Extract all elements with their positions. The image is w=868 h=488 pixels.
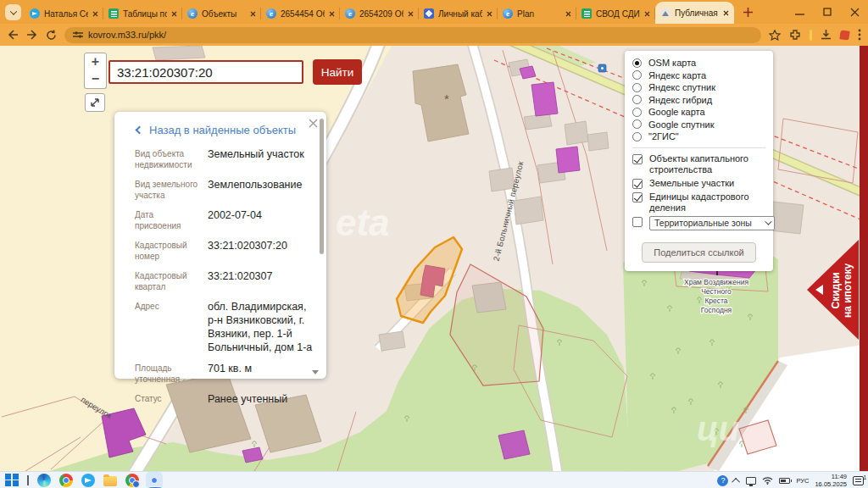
browser-tab[interactable]: Объекты <box>182 3 261 24</box>
display-icon[interactable] <box>746 477 756 485</box>
notification-badge: 1 <box>863 474 866 480</box>
browser-tab[interactable]: 2654454 Объ <box>261 3 340 24</box>
base-layer-option[interactable]: Яндекс карта <box>632 69 765 81</box>
new-tab-button[interactable] <box>739 3 756 20</box>
tab-close-icon[interactable] <box>723 10 729 16</box>
radio-icon[interactable] <box>632 83 642 92</box>
base-layer-option[interactable]: Google карта <box>632 106 765 118</box>
date: 16.05.2025 <box>815 480 847 488</box>
close-icon[interactable] <box>850 8 860 17</box>
reload-button[interactable] <box>46 30 57 41</box>
tab-close-icon[interactable] <box>329 11 335 17</box>
tab-close-icon[interactable] <box>565 11 571 17</box>
telegram-icon[interactable] <box>81 474 95 487</box>
start-button[interactable] <box>5 474 19 487</box>
battery-icon[interactable] <box>779 478 790 484</box>
layer-label: Google спутник <box>648 119 715 130</box>
info-label: Статус <box>135 392 199 406</box>
chrome-profile-icon[interactable] <box>125 474 139 487</box>
tab-close-icon[interactable] <box>644 11 650 17</box>
tray-expand-icon[interactable] <box>732 477 741 485</box>
scroll-down-arrow-icon[interactable] <box>312 370 319 374</box>
find-button[interactable]: Найти <box>313 59 362 85</box>
chrome-icon[interactable] <box>59 474 73 487</box>
address-bar[interactable]: kovrov.m33.ru/pkk/ <box>64 27 761 43</box>
overlay-option[interactable]: Объекты капитального строительства <box>632 153 765 175</box>
fullscreen-button[interactable] <box>85 93 105 112</box>
radio-icon[interactable] <box>632 119 642 129</box>
info-row: Дата присвоения 2002-07-04 <box>135 208 313 231</box>
radio-icon[interactable] <box>632 70 642 80</box>
tab-close-icon[interactable] <box>92 11 98 17</box>
menu-kebab-icon[interactable] <box>858 29 861 41</box>
download-icon[interactable] <box>821 30 832 41</box>
info-row: Адрес обл. Владимирская, р-н Вязниковски… <box>135 300 313 354</box>
panel-scrollbar[interactable] <box>320 119 324 254</box>
file-explorer-icon[interactable] <box>103 476 117 486</box>
browser-tab[interactable]: 2654209 Объ <box>340 3 419 24</box>
zoom-out-button[interactable]: − <box>84 70 107 89</box>
browser-tab[interactable]: Личный каби <box>419 3 498 24</box>
base-layer-option[interactable]: "2ГИС" <box>632 130 765 142</box>
layer-label: OSM карта <box>648 58 696 68</box>
browser-tab[interactable]: Таблицы по п <box>103 3 182 24</box>
language-indicator[interactable]: РУС <box>796 477 809 485</box>
tab-close-icon[interactable] <box>250 11 256 17</box>
back-to-results-link[interactable]: Назад в найденные объекты <box>136 124 313 136</box>
bookmark-star-icon[interactable] <box>769 30 781 41</box>
radio-icon[interactable] <box>632 58 642 68</box>
layer-label: Google карта <box>648 107 705 117</box>
panel-close-icon[interactable] <box>309 119 318 128</box>
forward-button[interactable] <box>26 30 38 40</box>
radio-icon[interactable] <box>632 108 642 117</box>
clock[interactable]: 11:49 16.05.2025 <box>815 473 847 488</box>
map-viewport[interactable]: * 2-й Больничный переулок переулок Храм … <box>0 46 868 471</box>
help-icon[interactable]: ? <box>717 475 728 486</box>
base-layer-option[interactable]: Яндекс спутник <box>632 81 765 93</box>
browser-tab[interactable]: Наталья Сели <box>25 3 103 24</box>
info-row: Кадастровый квартал 33:21:020307 <box>135 269 313 292</box>
extensions-icon[interactable] <box>789 30 801 41</box>
checkbox-icon[interactable] <box>632 192 643 202</box>
layer-label: Яндекс спутник <box>648 82 715 92</box>
overlay-option[interactable]: Единицы кадастрового деления <box>632 191 765 214</box>
back-button[interactable] <box>7 30 19 40</box>
minimize-icon[interactable] <box>795 8 804 17</box>
tab-close-icon[interactable] <box>487 11 492 17</box>
extension-icon[interactable] <box>839 30 849 40</box>
cadastral-search-input[interactable] <box>108 60 303 84</box>
zones-select[interactable]: Территориальные зоны <box>649 216 775 230</box>
browser-tab[interactable]: СВОД СДИ (1) <box>576 3 655 24</box>
radio-icon[interactable] <box>632 95 642 104</box>
wifi-icon[interactable] <box>762 476 773 485</box>
chrome-active-icon[interactable] <box>147 474 161 487</box>
zoom-in-button[interactable]: + <box>84 53 107 71</box>
browser-tab-active[interactable]: Публичная ка <box>655 2 734 24</box>
info-label: Вид объекта недвижимости <box>135 147 199 170</box>
overlay-label: Объекты капитального строительства <box>649 153 765 175</box>
maximize-icon[interactable] <box>823 8 832 16</box>
radio-icon[interactable] <box>632 132 642 141</box>
share-link-button[interactable]: Поделиться ссылкой <box>642 242 755 263</box>
overlay-option[interactable]: Земельные участки <box>632 178 765 189</box>
checkbox-icon[interactable] <box>632 217 643 227</box>
tab-search-button[interactable] <box>5 4 21 20</box>
info-value: 33:21:020307 <box>208 269 313 292</box>
info-value: Землепользование <box>208 178 313 201</box>
info-row: Кадастровый номер 33:21:020307:20 <box>135 239 313 262</box>
promo-text: на ипотеку <box>842 263 854 318</box>
checkbox-icon[interactable] <box>632 154 643 164</box>
tab-close-icon[interactable] <box>171 11 177 17</box>
tab-close-icon[interactable] <box>408 11 414 17</box>
base-layer-option[interactable]: OSM карта <box>632 57 765 69</box>
edge-icon[interactable] <box>37 474 51 487</box>
browser-tab[interactable]: Plan <box>498 3 576 24</box>
base-layer-option[interactable]: Яндекс гибрид <box>632 94 765 106</box>
base-layer-option[interactable]: Google спутник <box>632 119 765 130</box>
checkbox-icon[interactable] <box>632 179 643 189</box>
tune-icon[interactable] <box>73 30 83 39</box>
notification-icon[interactable]: 1 <box>853 476 864 485</box>
promo-text: Скидки <box>830 272 842 308</box>
hospital-poi-symbol: * <box>444 92 449 106</box>
overlay-label: Единицы кадастрового деления <box>649 191 765 214</box>
